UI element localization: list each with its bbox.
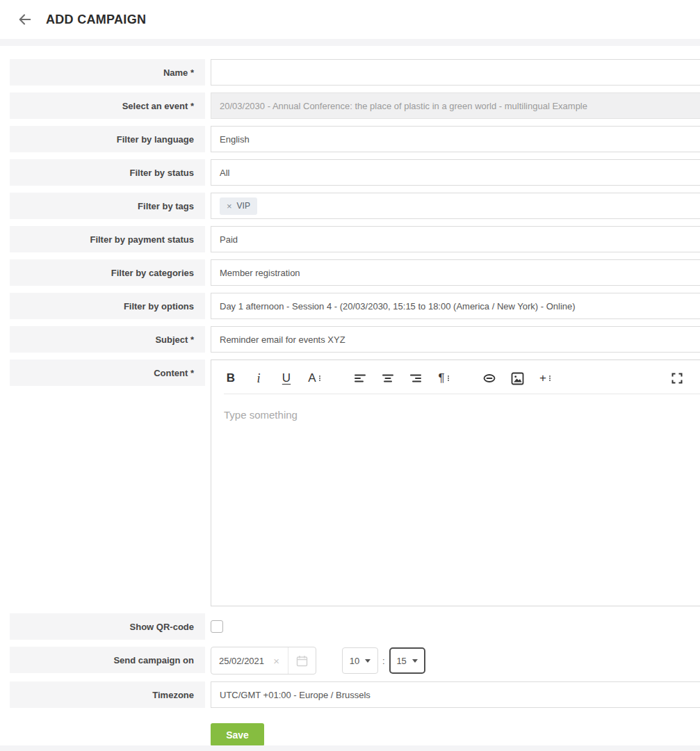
editor-content-area[interactable]: Type something xyxy=(211,394,700,606)
dropdown-dots-icon xyxy=(549,376,551,377)
minute-value: 15 xyxy=(396,656,406,666)
hour-select[interactable]: 10 xyxy=(342,647,378,674)
chevron-down-icon xyxy=(412,659,418,663)
paragraph-format-icon: ¶ xyxy=(438,371,444,385)
align-right-icon xyxy=(409,372,422,385)
calendar-icon[interactable] xyxy=(288,655,316,667)
underline-button[interactable]: U xyxy=(272,365,300,391)
page-header: ADD CAMPAIGN xyxy=(0,0,700,39)
payment-status-label: Filter by payment status xyxy=(10,226,205,252)
event-row: Select an event * 20/03/2030 - Annual Co… xyxy=(10,92,700,119)
subject-row: Subject * xyxy=(10,326,700,353)
dropdown-dots-icon xyxy=(448,376,449,377)
underline-icon: U xyxy=(282,371,291,385)
editor-placeholder: Type something xyxy=(224,409,298,421)
page-title: ADD CAMPAIGN xyxy=(46,13,146,27)
date-picker[interactable]: 25/02/2021 × xyxy=(211,647,316,675)
paragraph-format-button[interactable]: ¶ xyxy=(430,365,457,391)
tag-chip-label: VIP xyxy=(237,201,250,211)
remove-tag-icon[interactable]: × xyxy=(227,201,232,211)
language-row: Filter by language English xyxy=(10,126,700,152)
clear-date-icon[interactable]: × xyxy=(265,655,288,667)
status-label: Filter by status xyxy=(10,159,205,186)
minute-select[interactable]: 15 xyxy=(389,647,425,674)
categories-label: Filter by categories xyxy=(10,259,205,286)
show-qr-checkbox[interactable] xyxy=(211,620,223,633)
chevron-down-icon xyxy=(365,659,371,663)
tags-input[interactable]: × VIP xyxy=(211,193,700,219)
event-label: Select an event * xyxy=(10,92,205,119)
send-on-label: Send campaign on xyxy=(10,647,205,673)
back-arrow-icon xyxy=(17,12,33,27)
dropdown-dots-icon xyxy=(319,376,320,377)
qr-row: Show QR-code xyxy=(10,613,700,640)
qr-label: Show QR-code xyxy=(10,613,205,640)
language-label: Filter by language xyxy=(10,126,205,152)
content-label: Content * xyxy=(10,360,205,386)
time-separator: : xyxy=(382,656,385,666)
tags-label: Filter by tags xyxy=(10,193,205,219)
align-left-button[interactable] xyxy=(346,365,374,391)
italic-button[interactable]: i xyxy=(245,365,272,391)
payment-status-select[interactable]: Paid xyxy=(211,226,700,252)
tag-chip: × VIP xyxy=(220,197,257,215)
tags-row: Filter by tags × VIP xyxy=(10,193,700,219)
options-select[interactable]: Day 1 afternoon - Session 4 - (20/03/203… xyxy=(211,293,700,319)
editor-toolbar: B i U A ¶ + xyxy=(211,360,700,394)
insert-image-icon xyxy=(511,372,524,385)
fullscreen-icon xyxy=(671,373,683,384)
align-center-icon xyxy=(382,372,394,385)
hour-value: 10 xyxy=(350,656,359,666)
options-row: Filter by options Day 1 afternoon - Sess… xyxy=(10,293,700,319)
timezone-select[interactable]: UTC/GMT +01:00 - Europe / Brussels xyxy=(211,681,700,708)
payment-status-row: Filter by payment status Paid xyxy=(10,226,700,252)
content-row: Content * B i U A ¶ xyxy=(10,360,700,606)
align-center-button[interactable] xyxy=(374,365,402,391)
insert-link-button[interactable] xyxy=(475,365,503,391)
event-select: 20/03/2030 - Annual Conference: the plac… xyxy=(211,92,700,119)
align-left-icon xyxy=(354,372,366,385)
categories-select[interactable]: Member registration xyxy=(211,259,700,286)
language-select[interactable]: English xyxy=(211,126,700,152)
name-label: Name * xyxy=(10,59,205,86)
insert-image-button[interactable] xyxy=(503,365,531,391)
more-misc-button[interactable]: + xyxy=(531,365,559,391)
save-button[interactable]: Save xyxy=(211,723,264,745)
back-button[interactable] xyxy=(15,9,35,30)
subject-label: Subject * xyxy=(10,326,205,353)
timezone-row: Timezone UTC/GMT +01:00 - Europe / Bruss… xyxy=(10,681,700,708)
status-select[interactable]: All xyxy=(211,159,700,186)
campaign-form: Name * Select an event * 20/03/2030 - An… xyxy=(0,46,700,745)
text-format-button[interactable]: A xyxy=(300,365,328,391)
bold-icon: B xyxy=(227,371,235,385)
send-datetime-controls: 25/02/2021 × 10 : 15 xyxy=(211,647,425,675)
options-label: Filter by options xyxy=(10,293,205,319)
timezone-label: Timezone xyxy=(10,681,205,708)
more-misc-icon: + xyxy=(539,371,546,385)
italic-icon: i xyxy=(257,371,260,386)
bold-button[interactable]: B xyxy=(217,365,245,391)
send-on-row: Send campaign on 25/02/2021 × 10 : 15 xyxy=(10,647,700,675)
name-input[interactable] xyxy=(211,59,700,86)
status-row: Filter by status All xyxy=(10,159,700,186)
fullscreen-button[interactable] xyxy=(663,365,691,391)
name-row: Name * xyxy=(10,59,700,86)
text-format-icon: A xyxy=(308,371,316,385)
rich-text-editor: B i U A ¶ + xyxy=(211,360,700,606)
date-value[interactable]: 25/02/2021 xyxy=(211,656,265,666)
categories-row: Filter by categories Member registration xyxy=(10,259,700,286)
subject-input[interactable] xyxy=(211,326,700,353)
align-right-button[interactable] xyxy=(402,365,430,391)
insert-link-icon xyxy=(482,371,496,385)
